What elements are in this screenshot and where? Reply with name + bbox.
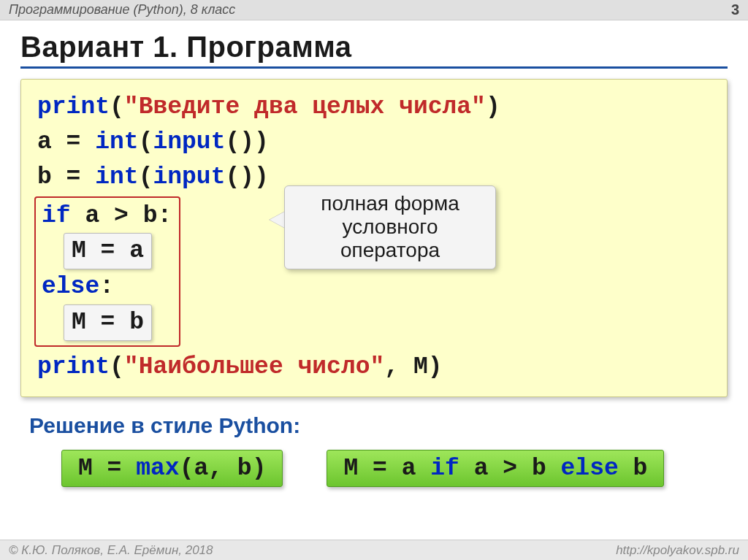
assign-m-b: M = b	[64, 304, 152, 341]
kw-else: else	[42, 273, 99, 300]
callout-line3: оператора	[289, 239, 491, 262]
code-panel: print("Введите два целых числа") a = int…	[20, 79, 728, 397]
code-line-8: print("Наибольшее число", M)	[37, 350, 711, 385]
code-line-1: print("Введите два целых числа")	[37, 90, 711, 125]
kw-print: print	[37, 93, 110, 120]
slide-header: Программирование (Python), 8 класс 3	[0, 0, 748, 20]
kw-input: input	[153, 164, 225, 191]
kw-if: if	[430, 455, 459, 482]
string-literal: "Наибольшее число"	[124, 353, 384, 380]
title-underline	[20, 66, 728, 69]
slide-footer: © К.Ю. Поляков, Е.А. Ерёмин, 2018 http:/…	[0, 540, 748, 560]
pythonic-solutions: M = max(a, b) M = a if a > b else b	[20, 450, 728, 487]
slide-title: Вариант 1. Программа	[20, 31, 728, 64]
callout-line1: полная форма	[289, 192, 491, 215]
kw-int: int	[95, 129, 138, 156]
else-line: else:	[42, 269, 172, 304]
subtitle: Решение в стиле Python:	[29, 413, 728, 438]
kw-input: input	[153, 129, 225, 156]
string-literal: "Введите два целых числа"	[124, 93, 486, 120]
solution-max: M = max(a, b)	[61, 450, 283, 487]
kw-int: int	[95, 164, 138, 191]
callout-line2: условного	[289, 215, 491, 239]
kw-else: else	[561, 455, 619, 482]
code-line-2: a = int(input())	[37, 125, 711, 160]
footer-url: http://kpolyakov.spb.ru	[616, 543, 739, 558]
kw-max: max	[136, 455, 179, 482]
solution-ternary: M = a if a > b else b	[327, 450, 664, 487]
header-subject: Программирование (Python), 8 класс	[9, 2, 235, 18]
kw-if: if	[42, 202, 71, 229]
callout-box: полная форма условного оператора	[284, 185, 496, 269]
copyright: © К.Ю. Поляков, Е.А. Ерёмин, 2018	[9, 543, 213, 558]
kw-print: print	[37, 353, 110, 380]
assign-m-a: M = a	[64, 233, 152, 269]
conditional-block: if a > b: M = a else: M = b	[34, 196, 180, 347]
if-line: if a > b:	[42, 199, 172, 234]
page-number: 3	[731, 1, 739, 18]
